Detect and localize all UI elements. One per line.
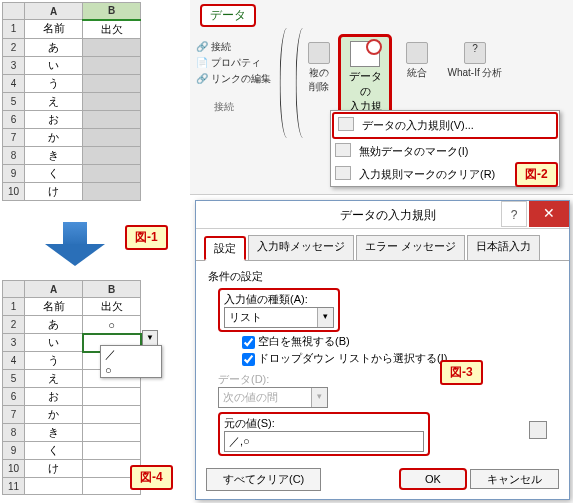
dialog-tabs: 設定 入力時メッセージ エラー メッセージ 日本語入力 bbox=[196, 229, 569, 261]
data-label: データ(D): bbox=[218, 373, 269, 385]
cell[interactable]: え bbox=[25, 370, 83, 388]
tab-error-alert[interactable]: エラー メッセージ bbox=[356, 235, 465, 260]
row-header[interactable]: 3 bbox=[3, 56, 25, 74]
cell[interactable]: ○ bbox=[83, 316, 141, 334]
cell[interactable]: け bbox=[25, 460, 83, 478]
row-header[interactable]: 3 bbox=[3, 334, 25, 352]
dropdown-option[interactable]: ○ bbox=[101, 363, 161, 377]
row-header[interactable]: 5 bbox=[3, 92, 25, 110]
row-header[interactable]: 4 bbox=[3, 74, 25, 92]
cell[interactable]: 名前 bbox=[25, 20, 83, 39]
btn-edit-links[interactable]: 🔗 リンクの編集 bbox=[196, 72, 276, 86]
cell-selected[interactable] bbox=[83, 92, 141, 110]
row-header[interactable]: 6 bbox=[3, 388, 25, 406]
btn-properties[interactable]: 📄 プロパティ bbox=[196, 56, 276, 70]
btn-whatif[interactable]: ? What-If 分析 bbox=[440, 42, 510, 80]
cell[interactable] bbox=[83, 406, 141, 424]
clear-circles-icon bbox=[335, 166, 351, 180]
cell-selected[interactable] bbox=[83, 164, 141, 182]
cell[interactable]: か bbox=[25, 128, 83, 146]
dropdown-option[interactable]: ／ bbox=[101, 346, 161, 363]
cell[interactable]: 名前 bbox=[25, 298, 83, 316]
cell-selected[interactable] bbox=[83, 74, 141, 92]
row-header[interactable]: 5 bbox=[3, 370, 25, 388]
cell[interactable]: う bbox=[25, 352, 83, 370]
cell[interactable]: け bbox=[25, 182, 83, 200]
cell[interactable]: き bbox=[25, 146, 83, 164]
btn-consolidate[interactable]: 統合 bbox=[400, 42, 434, 80]
dropdown-handle-icon[interactable]: ▼ bbox=[142, 330, 158, 346]
row-header[interactable]: 9 bbox=[3, 442, 25, 460]
col-header-b[interactable]: B bbox=[83, 3, 141, 20]
col-header-a[interactable]: A bbox=[25, 281, 83, 298]
allow-combo[interactable]: リスト▾ bbox=[224, 307, 334, 328]
clear-all-button[interactable]: すべてクリア(C) bbox=[206, 468, 321, 491]
ok-button[interactable]: OK bbox=[399, 468, 467, 490]
range-picker-button[interactable] bbox=[529, 421, 547, 439]
chk-ignore-blank-label: 空白を無視する(B) bbox=[258, 335, 350, 347]
cell[interactable] bbox=[83, 424, 141, 442]
source-input[interactable]: ／,○ bbox=[224, 431, 424, 452]
btn-remove-dup[interactable]: 複の削除 bbox=[302, 42, 336, 94]
chk-ignore-blank[interactable] bbox=[242, 336, 255, 349]
spreadsheet-top: AB 1名前出欠 2あ 3い 4う 5え 6お 7か 8き 9く 10け bbox=[2, 2, 141, 201]
fig-label-3: 図-3 bbox=[440, 360, 483, 385]
row-header[interactable]: 8 bbox=[3, 424, 25, 442]
cell[interactable]: い bbox=[25, 56, 83, 74]
row-header[interactable]: 2 bbox=[3, 38, 25, 56]
cell-selected[interactable] bbox=[83, 182, 141, 200]
row-header[interactable]: 4 bbox=[3, 352, 25, 370]
chk-dropdown-label: ドロップダウン リストから選択する(I) bbox=[258, 352, 447, 364]
row-header[interactable]: 7 bbox=[3, 406, 25, 424]
row-header[interactable]: 2 bbox=[3, 316, 25, 334]
cell-selected[interactable] bbox=[83, 110, 141, 128]
menu-item-circle-invalid[interactable]: 無効データのマーク(I) bbox=[331, 140, 559, 163]
cell[interactable]: 出欠 bbox=[83, 20, 141, 39]
cell[interactable]: お bbox=[25, 110, 83, 128]
cell[interactable] bbox=[83, 442, 141, 460]
row-header[interactable]: 11 bbox=[3, 478, 25, 495]
row-header[interactable]: 1 bbox=[3, 20, 25, 39]
tab-input-message[interactable]: 入力時メッセージ bbox=[248, 235, 354, 260]
cell[interactable]: お bbox=[25, 388, 83, 406]
cell[interactable] bbox=[83, 388, 141, 406]
close-button[interactable]: ✕ bbox=[529, 201, 569, 227]
row-header[interactable]: 9 bbox=[3, 164, 25, 182]
cancel-button[interactable]: キャンセル bbox=[470, 469, 559, 489]
col-header-b[interactable]: B bbox=[83, 281, 141, 298]
row-header[interactable]: 10 bbox=[3, 460, 25, 478]
row-header[interactable]: 8 bbox=[3, 146, 25, 164]
group-label: 条件の設定 bbox=[208, 269, 557, 284]
cell[interactable]: う bbox=[25, 74, 83, 92]
data-validation-icon bbox=[338, 117, 354, 131]
chk-in-cell-dropdown[interactable] bbox=[242, 353, 255, 366]
cell-selected[interactable] bbox=[83, 128, 141, 146]
fig-label-4: 図-4 bbox=[130, 465, 173, 490]
cell[interactable]: い bbox=[25, 334, 83, 352]
cell[interactable]: か bbox=[25, 406, 83, 424]
help-button[interactable]: ? bbox=[501, 201, 527, 227]
cell[interactable]: く bbox=[25, 442, 83, 460]
cell[interactable] bbox=[25, 478, 83, 495]
cell-selected[interactable] bbox=[83, 56, 141, 74]
tab-settings[interactable]: 設定 bbox=[204, 236, 246, 261]
row-header[interactable]: 10 bbox=[3, 182, 25, 200]
cell[interactable]: き bbox=[25, 424, 83, 442]
menu-item-data-validation[interactable]: データの入力規則(V)... bbox=[332, 112, 558, 139]
cell-selected[interactable] bbox=[83, 38, 141, 56]
row-header[interactable]: 1 bbox=[3, 298, 25, 316]
col-header-a[interactable]: A bbox=[25, 3, 83, 20]
row-header[interactable]: 6 bbox=[3, 110, 25, 128]
ribbon-tab-data[interactable]: データ bbox=[200, 4, 256, 27]
btn-connections[interactable]: 🔗 接続 bbox=[196, 40, 276, 54]
cell[interactable]: え bbox=[25, 92, 83, 110]
cell-selected[interactable] bbox=[83, 146, 141, 164]
corner-cell[interactable] bbox=[3, 281, 25, 298]
corner-cell[interactable] bbox=[3, 3, 25, 20]
cell[interactable]: 出欠 bbox=[83, 298, 141, 316]
row-header[interactable]: 7 bbox=[3, 128, 25, 146]
cell[interactable]: あ bbox=[25, 316, 83, 334]
cell[interactable]: く bbox=[25, 164, 83, 182]
tab-ime[interactable]: 日本語入力 bbox=[467, 235, 540, 260]
cell[interactable]: あ bbox=[25, 38, 83, 56]
